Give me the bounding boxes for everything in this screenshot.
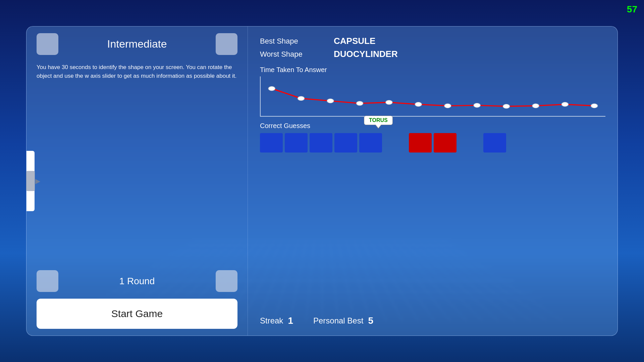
best-shape-label: Best Shape	[260, 37, 334, 46]
round-label: 1 Round	[65, 276, 209, 287]
guess-block	[310, 133, 332, 153]
round-decrease-button[interactable]	[37, 270, 58, 292]
difficulty-decrease-button[interactable]	[37, 33, 58, 55]
guess-block	[334, 133, 357, 153]
right-panel: Best Shape CAPSULE Worst Shape DUOCYLIND…	[248, 26, 618, 336]
guess-empty-spacer	[384, 133, 407, 153]
best-shape-row: Best Shape CAPSULE	[260, 36, 605, 46]
guess-block	[285, 133, 308, 153]
svg-point-2	[327, 99, 334, 103]
best-shape-value: CAPSULE	[334, 36, 375, 46]
worst-shape-value: DUOCYLINDER	[334, 49, 398, 59]
guesses-title: Correct Guesses	[260, 122, 605, 130]
personal-best-value: 5	[368, 315, 373, 326]
time-chart	[260, 76, 605, 117]
time-chart-section: Time Taken To Answer	[260, 66, 605, 117]
guess-block	[260, 133, 283, 153]
corner-number: 57	[627, 4, 637, 15]
difficulty-label: Intermediate	[65, 38, 209, 50]
slider-arrow-icon: ▶	[35, 177, 40, 185]
w-axis-slider[interactable]	[26, 151, 35, 211]
svg-point-7	[474, 103, 480, 108]
svg-point-0	[268, 86, 275, 91]
svg-point-4	[386, 100, 392, 105]
difficulty-increase-button[interactable]	[216, 33, 237, 55]
worst-shape-row: Worst Shape DUOCYLINDER	[260, 49, 605, 59]
guesses-row: TORUS	[260, 133, 605, 153]
start-game-button[interactable]: Start Game	[37, 299, 237, 329]
guess-block	[483, 133, 506, 153]
slider-thumb[interactable]	[26, 171, 35, 191]
difficulty-row: Intermediate	[37, 33, 237, 55]
svg-point-8	[503, 104, 510, 109]
round-increase-button[interactable]	[216, 270, 237, 292]
guess-empty-spacer	[459, 133, 481, 153]
worst-shape-label: Worst Shape	[260, 50, 334, 59]
tooltip-bubble: TORUS	[364, 116, 393, 125]
guess-block	[359, 133, 382, 153]
guesses-section: Correct Guesses TORUS	[260, 122, 605, 153]
main-container: ▶ Intermediate You have 30 seconds to id…	[26, 26, 618, 336]
left-panel: ▶ Intermediate You have 30 seconds to id…	[26, 26, 248, 336]
game-description: You have 30 seconds to identify the shap…	[37, 63, 237, 80]
round-row: 1 Round	[37, 270, 237, 292]
streak-label: Streak	[260, 316, 283, 325]
streak-stat: Streak 1	[260, 315, 293, 326]
svg-point-11	[591, 104, 598, 108]
chart-title: Time Taken To Answer	[260, 66, 605, 74]
guess-blocks-wrapper: TORUS	[260, 133, 506, 153]
personal-best-label: Personal Best	[313, 316, 363, 325]
svg-point-6	[444, 104, 451, 108]
svg-point-10	[561, 102, 568, 107]
personal-best-stat: Personal Best 5	[313, 315, 373, 326]
guess-block	[434, 133, 457, 153]
streak-value: 1	[288, 315, 293, 326]
svg-point-9	[532, 104, 539, 108]
bottom-stats: Streak 1 Personal Best 5	[260, 312, 605, 326]
guess-block	[409, 133, 432, 153]
svg-point-3	[356, 101, 363, 106]
svg-point-5	[415, 102, 422, 107]
svg-point-1	[298, 96, 305, 101]
